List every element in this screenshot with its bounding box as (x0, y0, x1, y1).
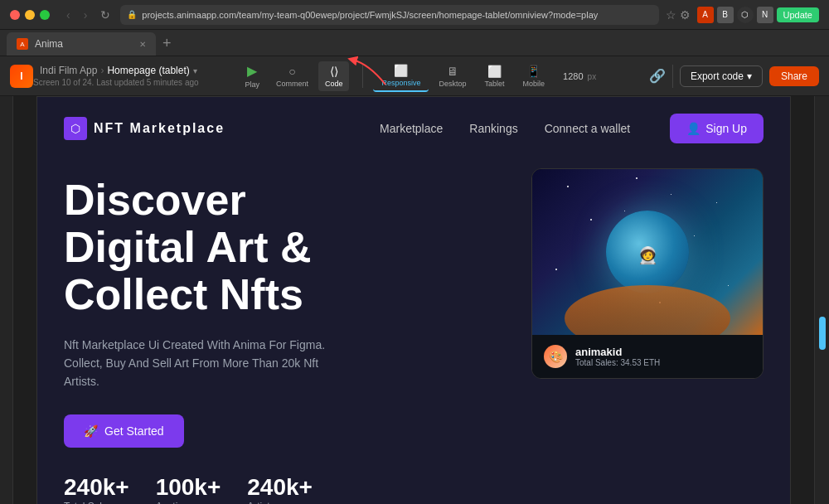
nav-rankings[interactable]: Rankings (469, 122, 517, 135)
desktop-view-button[interactable]: 🖥 Desktop (430, 61, 474, 91)
get-started-button[interactable]: 🚀 Get Started (64, 414, 184, 448)
tab-close-button[interactable]: ✕ (139, 40, 146, 49)
desktop-icon: 🖥 (447, 65, 458, 78)
minimize-button[interactable] (25, 10, 35, 20)
hero-title-line3: Collect Nfts (64, 271, 505, 318)
space-scene: 🧑‍🚀 (532, 169, 763, 335)
ext-icon-1: A (697, 7, 714, 23)
forward-button[interactable]: › (80, 7, 91, 23)
nft-navigation: ⬡ NFT Marketplace Marketplace Rankings C… (37, 97, 790, 160)
new-tab-button[interactable]: + (162, 35, 172, 52)
desktop-label: Desktop (439, 80, 466, 88)
hero-title-line1: Discover (64, 177, 505, 224)
browser-chrome: ‹ › ↻ 🔒 projects.animaapp.com/team/my-te… (0, 0, 829, 30)
toolbar-right-divider (672, 65, 673, 88)
stat-sale-number: 240k+ (64, 474, 129, 501)
person-icon: 👤 (686, 122, 701, 135)
nav-marketplace[interactable]: Marketplace (380, 122, 443, 135)
right-panel (814, 96, 829, 504)
nft-nav-links: Marketplace Rankings Connect a wallet 👤 … (380, 114, 764, 143)
nft-stats: 240k+ Total Sale 100k+ Auctions 240k+ Ar… (64, 474, 505, 504)
app-logo: I (10, 65, 33, 88)
left-panel (0, 96, 13, 504)
signup-button[interactable]: 👤 Sign Up (670, 114, 764, 143)
mobile-view-button[interactable]: 📱 Mobile (515, 61, 554, 91)
stat-auction-number: 100k+ (156, 474, 221, 501)
url-text: projects.animaapp.com/team/my-team-q00ew… (142, 10, 598, 20)
play-label: Play (245, 80, 259, 89)
width-unit: px (588, 72, 597, 81)
sales-value: 34.53 ETH (620, 358, 660, 367)
address-bar[interactable]: 🔒 projects.animaapp.com/team/my-team-q00… (120, 5, 658, 25)
space-figure: 🧑‍🚀 (638, 245, 658, 265)
code-icon: ⟨⟩ (330, 65, 338, 78)
play-button[interactable]: ▶ Play (238, 60, 266, 92)
comment-button[interactable]: ○ Comment (269, 61, 315, 91)
share-button[interactable]: Share (769, 66, 819, 86)
tab-favicon: A (17, 38, 28, 50)
tab-title: Anima (35, 38, 63, 50)
nav-connect-wallet[interactable]: Connect a wallet (545, 122, 631, 135)
star-icon[interactable]: ☆ (666, 8, 676, 22)
nft-card-info: 🎨 animakid Total Sales: 34.53 ETH (532, 335, 763, 378)
nft-preview: ⬡ NFT Marketplace Marketplace Rankings C… (36, 96, 791, 504)
nft-card: 🧑‍🚀 🎨 animakid Total Sales: (531, 168, 764, 379)
nft-logo: ⬡ NFT Marketplace (64, 117, 225, 140)
hero-title-line2: Digital Art & (64, 224, 505, 271)
browser-navigation: ‹ › ↻ (63, 7, 114, 23)
maximize-button[interactable] (40, 10, 50, 20)
rocket-icon: 🚀 (84, 424, 98, 438)
ext-icon-3: ⬡ (737, 7, 754, 23)
signup-label: Sign Up (705, 122, 747, 135)
hero-subtitle: Nft Marketplace Ui Created With Anima Fo… (64, 336, 329, 391)
extension-group: ☆ ⚙ A B ⬡ N Update (666, 7, 819, 23)
width-display: 1280 px (556, 71, 603, 81)
screen-info: Screen 10 of 24. Last updated 5 minutes … (33, 78, 199, 87)
breadcrumb: Indi Film App › Homepage (tablet) ▾ (40, 65, 199, 76)
tablet-view-button[interactable]: ⬜ Tablet (476, 61, 512, 91)
scroll-thumb[interactable] (819, 317, 826, 350)
stat-auction-label: Auctions (156, 501, 221, 504)
stat-sale-label: Total Sale (64, 501, 129, 504)
ext-icon-4: N (757, 7, 773, 23)
cta-label: Get Started (104, 424, 164, 438)
canvas-area: ⬡ NFT Marketplace Marketplace Rankings C… (13, 96, 814, 504)
export-label: Export code (691, 70, 744, 82)
browser-tab[interactable]: A Anima ✕ (7, 32, 156, 56)
viewport-controls: ⬜ Responsive 🖥 Desktop ⬜ Tablet 📱 Mobile (373, 61, 553, 92)
comment-icon: ○ (288, 65, 295, 78)
refresh-button[interactable]: ↻ (97, 7, 114, 23)
artist-avatar: 🎨 (544, 345, 567, 368)
breadcrumb-app: Indi Film App (40, 65, 97, 76)
nft-card-image: 🧑‍🚀 (532, 169, 763, 335)
breadcrumb-group: Indi Film App › Homepage (tablet) ▾ Scre… (33, 65, 199, 87)
toolbar-center: ▶ Play ○ Comment ⟨⟩ Code ⬜ (238, 60, 603, 92)
stat-artist-label: Artists (247, 501, 313, 504)
update-button[interactable]: Update (777, 7, 819, 22)
ext-icon-2: B (717, 7, 734, 23)
lock-icon: 🔒 (127, 10, 137, 19)
code-label: Code (325, 80, 343, 88)
play-icon: ▶ (247, 63, 257, 79)
responsive-icon: ⬜ (394, 64, 408, 77)
mobile-icon: 📱 (526, 65, 541, 78)
nft-logo-text: NFT Marketplace (94, 121, 225, 136)
nft-logo-icon: ⬡ (64, 117, 87, 140)
tab-bar: A Anima ✕ + (0, 30, 829, 56)
stat-total-sale: 240k+ Total Sale (64, 474, 129, 504)
export-chevron-icon: ▾ (747, 70, 752, 82)
stat-auctions: 100k+ Auctions (156, 474, 221, 504)
extension-puzzle-icon[interactable]: ⚙ (680, 8, 691, 22)
content-wrapper: ⬡ NFT Marketplace Marketplace Rankings C… (0, 96, 829, 504)
link-icon[interactable]: 🔗 (649, 68, 666, 84)
stat-artist-number: 240k+ (247, 474, 313, 501)
back-button[interactable]: ‹ (63, 7, 74, 23)
export-code-button[interactable]: Export code ▾ (680, 65, 763, 87)
close-button[interactable] (10, 10, 20, 20)
comment-label: Comment (276, 80, 308, 88)
dropdown-chevron-icon[interactable]: ▾ (193, 66, 197, 75)
nft-hero: Discover Digital Art & Collect Nfts Nft … (37, 160, 790, 504)
arrow-annotation (344, 56, 394, 89)
app-toolbar: I Indi Film App › Homepage (tablet) ▾ Sc… (0, 56, 829, 96)
width-value: 1280 (563, 71, 583, 81)
